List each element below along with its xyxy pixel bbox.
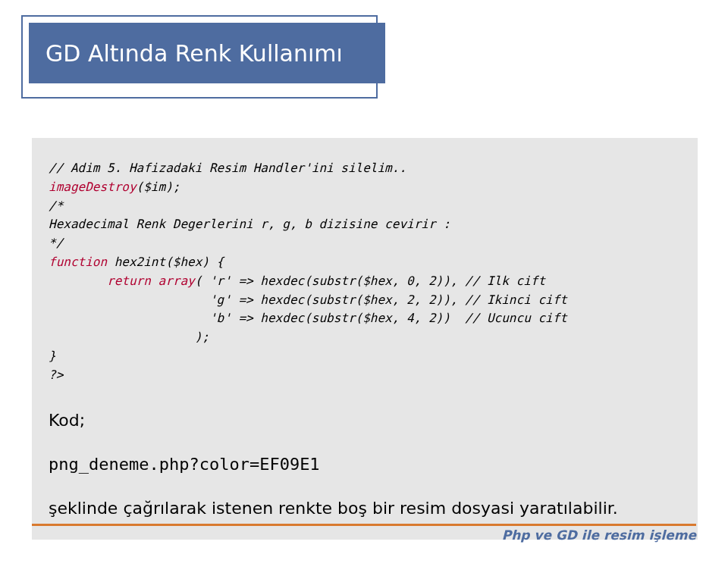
slide: GD Altında Renk Kullanımı // Adim 5. Haf… bbox=[0, 0, 728, 576]
code-line: } bbox=[49, 347, 681, 366]
code-line: return array( 'r' => hexdec(substr($hex,… bbox=[49, 272, 681, 291]
code-line: ?> bbox=[49, 366, 681, 385]
description: şeklinde çağrılarak istenen renkte boş b… bbox=[49, 496, 681, 521]
content-block: // Adim 5. Hafizadaki Resim Handler'ini … bbox=[32, 138, 698, 540]
code-line: 'g' => hexdec(substr($hex, 2, 2)), // Ik… bbox=[49, 291, 681, 310]
footer: Php ve GD ile resim işleme bbox=[32, 524, 696, 543]
code-line: Hexadecimal Renk Degerlerini r, g, b diz… bbox=[49, 215, 681, 234]
footer-text: Php ve GD ile resim işleme bbox=[32, 527, 696, 543]
kod-label: Kod; bbox=[49, 408, 681, 434]
slide-title: GD Altında Renk Kullanımı bbox=[46, 40, 343, 67]
code-line: ); bbox=[49, 328, 681, 347]
footer-rule bbox=[32, 524, 696, 526]
code-line: imageDestroy($im); bbox=[49, 178, 681, 197]
code-line: function hex2int($hex) { bbox=[49, 253, 681, 272]
code-line: */ bbox=[49, 234, 681, 253]
code-line: /* bbox=[49, 197, 681, 216]
example-url: png_deneme.php?color=EF09E1 bbox=[49, 452, 681, 477]
code-line: // Adim 5. Hafizadaki Resim Handler'ini … bbox=[49, 159, 681, 178]
title-bar: GD Altında Renk Kullanımı bbox=[29, 23, 385, 83]
code-line: 'b' => hexdec(substr($hex, 4, 2)) // Ucu… bbox=[49, 309, 681, 328]
